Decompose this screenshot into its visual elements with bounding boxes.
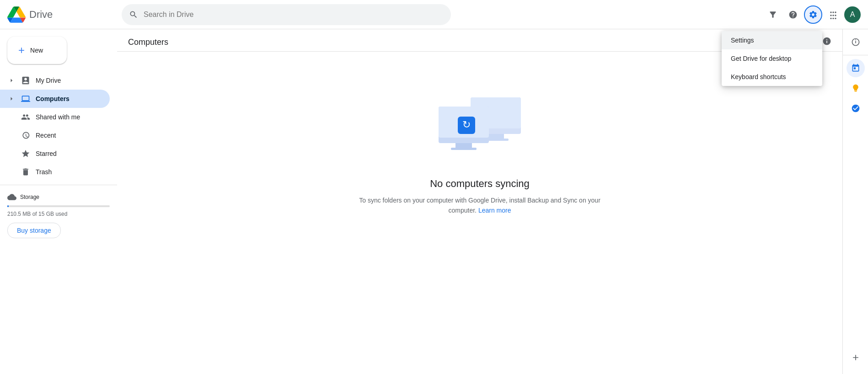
add-icon xyxy=(851,353,860,362)
starred-icon xyxy=(21,149,30,158)
apps-button[interactable] xyxy=(824,5,842,24)
settings-dropdown: Settings Get Drive for desktop Keyboard … xyxy=(722,31,822,86)
account-avatar[interactable]: A xyxy=(844,6,861,23)
header: Drive A xyxy=(0,0,868,29)
calendar-button[interactable] xyxy=(847,59,865,77)
sidebar-item-trash-label: Trash xyxy=(36,168,52,176)
svg-text:↻: ↻ xyxy=(462,119,471,130)
filter-button[interactable] xyxy=(764,5,782,24)
dropdown-settings[interactable]: Settings xyxy=(722,31,822,49)
svg-rect-7 xyxy=(451,148,477,150)
chevron-icon xyxy=(7,95,16,103)
empty-state-description: To sync folders on your computer with Go… xyxy=(352,195,608,216)
header-actions: A xyxy=(764,5,861,24)
sidebar-item-recent[interactable]: Recent xyxy=(0,126,110,144)
sidebar-item-my-drive[interactable]: My Drive xyxy=(0,71,110,90)
dropdown-get-drive-desktop[interactable]: Get Drive for desktop xyxy=(722,49,822,68)
storage-bar-container xyxy=(7,205,110,207)
sidebar-divider xyxy=(0,185,117,185)
right-sidebar xyxy=(842,29,868,374)
empty-state-title: No computers syncing xyxy=(430,178,530,190)
add-apps-button[interactable] xyxy=(847,348,865,367)
svg-rect-2 xyxy=(488,134,504,139)
sidebar-item-shared-label: Shared with me xyxy=(36,113,80,121)
chevron-icon xyxy=(7,76,16,85)
learn-more-link[interactable]: Learn more xyxy=(478,207,511,214)
sidebar-item-starred[interactable]: Starred xyxy=(0,144,110,163)
sidebar-item-computers[interactable]: Computers xyxy=(0,90,110,108)
sidebar-item-my-drive-label: My Drive xyxy=(36,77,61,84)
recent-icon xyxy=(21,131,30,140)
tasks-button[interactable] xyxy=(847,99,865,118)
storage-bar xyxy=(7,205,9,207)
google-drive-logo xyxy=(7,5,26,24)
keep-icon xyxy=(851,84,860,93)
info-icon xyxy=(851,37,860,47)
storage-section: Storage 210.5 MB of 15 GB used Buy stora… xyxy=(0,189,117,242)
plus-icon: + xyxy=(18,44,25,57)
buy-storage-button[interactable]: Buy storage xyxy=(7,223,61,238)
storage-text: Storage xyxy=(20,194,39,200)
empty-illustration: ↻ xyxy=(434,88,525,163)
page-title: Computers xyxy=(128,37,168,47)
settings-button[interactable] xyxy=(804,5,822,24)
sidebar-item-shared[interactable]: Shared with me xyxy=(0,108,110,126)
new-button-label: New xyxy=(30,47,43,54)
cloud-icon xyxy=(7,192,16,202)
right-sidebar-divider xyxy=(843,55,868,55)
help-icon xyxy=(788,10,798,19)
my-drive-icon xyxy=(21,76,30,85)
shared-icon xyxy=(21,112,30,122)
storage-label: Storage xyxy=(7,192,110,202)
header-info-icon[interactable] xyxy=(822,37,831,48)
keep-button[interactable] xyxy=(847,79,865,97)
gear-icon xyxy=(809,10,818,19)
logo-text: Drive xyxy=(29,9,53,21)
trash-icon xyxy=(21,167,30,176)
dropdown-keyboard-shortcuts[interactable]: Keyboard shortcuts xyxy=(722,68,822,86)
sidebar: + New My Drive Computers xyxy=(0,29,117,374)
computers-icon xyxy=(21,94,30,103)
calendar-icon xyxy=(851,64,860,73)
logo-area: Drive xyxy=(7,5,122,24)
storage-used-text: 210.5 MB of 15 GB used xyxy=(7,211,110,217)
apps-icon xyxy=(829,10,838,19)
info-panel-button[interactable] xyxy=(847,33,865,51)
help-button[interactable] xyxy=(784,5,802,24)
svg-rect-6 xyxy=(455,143,472,148)
sidebar-item-computers-label: Computers xyxy=(36,95,70,102)
filter-icon xyxy=(768,10,777,19)
search-input[interactable] xyxy=(138,11,444,19)
sidebar-item-starred-label: Starred xyxy=(36,150,57,157)
sidebar-item-trash[interactable]: Trash xyxy=(0,163,110,181)
sidebar-item-recent-label: Recent xyxy=(36,132,56,139)
tasks-icon xyxy=(851,104,860,113)
new-button[interactable]: + New xyxy=(7,37,67,64)
search-icon xyxy=(129,10,138,19)
search-bar[interactable] xyxy=(122,4,451,25)
